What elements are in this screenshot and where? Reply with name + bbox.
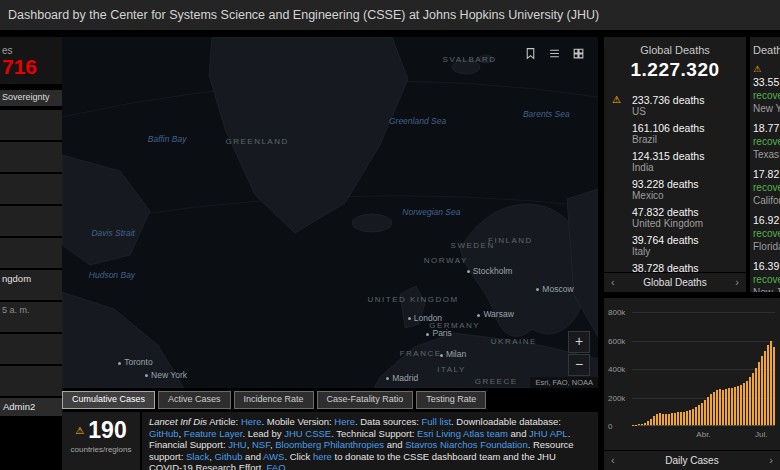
credits-link[interactable]: Esri Living Atlas team — [417, 428, 508, 439]
recovered-count: recovered — [753, 273, 780, 286]
list-item[interactable]: 18.77recoveredTexas — [753, 122, 780, 161]
map-city-label: Madrid — [386, 373, 418, 383]
tab-cumulative-cases[interactable]: Cumulative Cases — [62, 391, 155, 409]
list-item[interactable] — [0, 174, 62, 204]
list-item[interactable] — [0, 110, 62, 140]
country-cases-list: ngdom5 a. m. — [0, 110, 62, 396]
list-item[interactable] — [0, 238, 62, 268]
chevron-right-icon[interactable]: › — [769, 455, 773, 466]
location-name: Texas — [753, 148, 780, 161]
credits-link[interactable]: Feature Layer — [184, 428, 243, 439]
location-name: New Jersey — [753, 286, 780, 292]
map-water-label: Greenland Sea — [389, 116, 446, 126]
list-item[interactable]: ngdom — [0, 270, 62, 300]
credits-link[interactable]: Github — [214, 451, 242, 462]
basemap-button[interactable] — [570, 45, 586, 61]
global-deaths-total: 1.227.320 — [604, 59, 746, 81]
list-item[interactable]: 17.82recoveredCalifornia — [753, 168, 780, 207]
chevron-left-icon[interactable]: ‹ — [611, 455, 615, 466]
bookmark-button[interactable] — [522, 45, 538, 61]
map-city-label: London — [408, 313, 442, 323]
left-panel: es 716 Sovereignty ngdom5 a. m. Admin2 — [0, 37, 62, 470]
list-item[interactable]: ⚠33.55recoveredNew York — [753, 65, 780, 115]
chart-bar — [725, 389, 727, 425]
daily-cases-chart[interactable]: 800k600k400k200k0 Abr.Jul. — [604, 298, 780, 448]
chart-bar — [752, 373, 754, 425]
map-toolbar — [522, 45, 586, 61]
chart-bar — [764, 351, 766, 425]
list-item[interactable] — [0, 142, 62, 172]
list-item[interactable]: 47.832 deathsUnited Kingdom — [604, 202, 746, 230]
world-map[interactable]: Baffin BayDavis StraitHudson BayGreenlan… — [62, 37, 598, 388]
location-name: California — [753, 194, 780, 207]
tab-admin2[interactable]: Admin2 — [0, 398, 62, 416]
list-item[interactable]: 124.315 deathsIndia — [604, 146, 746, 174]
grid-icon — [572, 47, 585, 60]
legend-button[interactable] — [546, 45, 562, 61]
tab-testing-rate[interactable]: Testing Rate — [416, 391, 486, 409]
list-item-text: 124.315 deathsIndia — [632, 150, 704, 174]
location-name: Florida — [753, 240, 780, 253]
global-deaths-title: Global Deaths — [604, 37, 746, 56]
credits-link[interactable]: JHU — [228, 439, 246, 450]
credits-text: Lancet Inf Dis Article: Here. Mobile Ver… — [149, 416, 574, 470]
list-item[interactable]: ⚠233.736 deathsUS — [604, 90, 746, 118]
list-item[interactable]: 93.228 deathsMexico — [604, 174, 746, 202]
axis-tick-label: 0 — [608, 423, 612, 431]
global-deaths-pager: ‹ Global Deaths › — [604, 272, 746, 292]
list-item[interactable] — [0, 366, 62, 396]
chevron-left-icon[interactable]: ‹ — [611, 277, 615, 288]
location-name: New York — [753, 102, 780, 115]
credits-link[interactable]: here — [313, 451, 332, 462]
list-item[interactable]: 16.92recoveredFlorida — [753, 214, 780, 253]
list-item[interactable]: 38.728 deaths — [604, 258, 746, 272]
tab-incidence-rate[interactable]: Incidence Rate — [234, 391, 314, 409]
chart-plot-area — [632, 312, 775, 426]
credits-link[interactable]: GitHub — [149, 428, 179, 439]
tab-sovereignty[interactable]: Sovereignty — [0, 90, 62, 106]
credits-link[interactable]: Full list — [421, 416, 451, 427]
chart-bar — [740, 385, 742, 425]
credits-link[interactable]: AWS — [263, 451, 284, 462]
credits-link[interactable]: FAQ — [267, 462, 286, 470]
x-axis-labels: Abr.Jul. — [632, 430, 775, 442]
axis-tick-label: Jul. — [755, 430, 767, 439]
death-count: 124.315 deaths — [632, 150, 704, 162]
map-region-label: NORWAY — [424, 256, 468, 265]
list-item[interactable]: 161.106 deathsBrazil — [604, 118, 746, 146]
daily-cases-pager: ‹ Daily Cases › — [604, 450, 780, 470]
list-item[interactable] — [0, 334, 62, 364]
chart-bar — [758, 362, 760, 425]
chart-bar — [767, 345, 769, 426]
tab-active-cases[interactable]: Active Cases — [158, 391, 231, 409]
credits-link[interactable]: JHU CSSE — [284, 428, 331, 439]
chart-bar — [761, 356, 763, 425]
list-item[interactable]: 16.39recoveredNew Jersey — [753, 260, 780, 292]
axis-tick-label: 800k — [608, 309, 625, 317]
pager-label: Global Deaths — [643, 277, 706, 288]
credits-link[interactable]: JHU APL — [529, 428, 568, 439]
header-bar: Dashboard by the Center for Systems Scie… — [0, 0, 780, 30]
warning-icon: ⚠ — [753, 65, 780, 74]
credits-link[interactable]: Here — [241, 416, 262, 427]
credits-panel: Lancet Inf Dis Article: Here. Mobile Ver… — [142, 412, 598, 470]
credits-link[interactable]: Slack — [186, 451, 209, 462]
credits-link[interactable]: Here — [334, 416, 355, 427]
list-item[interactable]: 5 a. m. — [0, 302, 62, 332]
zoom-in-button[interactable]: + — [568, 331, 590, 353]
tab-case-fatality-ratio[interactable]: Case-Fatality Ratio — [317, 391, 414, 409]
chart-bar — [641, 424, 643, 425]
credits-link[interactable]: NSF — [252, 439, 270, 450]
zoom-out-button[interactable]: − — [568, 354, 590, 376]
list-item-text: 93.228 deathsMexico — [632, 178, 699, 202]
list-item[interactable] — [0, 206, 62, 236]
warning-icon — [612, 234, 632, 235]
credits-link[interactable]: Stavros Niarchos Foundation — [405, 439, 528, 450]
recovered-count: recovered — [753, 89, 780, 102]
credits-segment: . Click — [284, 451, 313, 462]
map-region-label: UNITED KINGDOM — [368, 295, 459, 304]
chevron-right-icon[interactable]: › — [735, 277, 739, 288]
credits-segment: . Downloadable database: — [451, 416, 561, 427]
list-item[interactable]: 39.764 deathsItaly — [604, 230, 746, 258]
credits-link[interactable]: Bloomberg Philanthropies — [275, 439, 384, 450]
